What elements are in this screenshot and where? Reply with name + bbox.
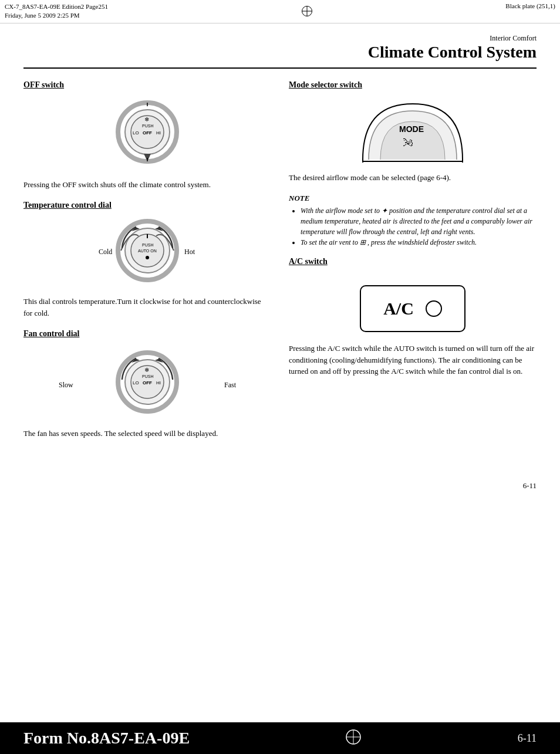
ac-circle <box>426 300 442 317</box>
right-column: Mode selector switch MODE 🌬 The desire <box>289 80 537 450</box>
svg-text:OFF: OFF <box>143 130 152 136</box>
header-line1: CX-7_8AS7-EA-09E Edition2 Page251 <box>5 2 108 11</box>
header-center <box>302 6 312 18</box>
temp-dial-desc: This dial controls temperature.Turn it c… <box>23 296 271 319</box>
svg-text:HI: HI <box>156 380 161 386</box>
header-left: CX-7_8AS7-EA-09E Edition2 Page251 Friday… <box>5 2 108 21</box>
temp-dial-container: Cold PUSH AUTO ON <box>23 218 271 285</box>
slow-label: Slow <box>59 381 73 390</box>
title-section: Interior Comfort Climate Control System <box>0 23 560 65</box>
off-switch-dial-container: LO HI OFF PUSH ❄ <box>23 98 271 168</box>
temp-dial-heading: Temperature control dial <box>23 201 271 210</box>
note-item-1: With the airflow mode set to ✦ position … <box>301 205 537 237</box>
cold-label: Cold <box>99 248 112 256</box>
mode-switch-diagram: MODE 🌬 <box>289 98 537 163</box>
off-switch-desc: Pressing the OFF switch shuts off the cl… <box>23 179 271 191</box>
ac-switch-heading: A/C switch <box>289 257 537 266</box>
note-list: With the airflow mode set to ✦ position … <box>289 205 537 248</box>
svg-text:❄: ❄ <box>144 116 149 123</box>
ac-switch-box: A/C <box>360 285 465 332</box>
temp-dial-with-labels: Cold PUSH AUTO ON <box>115 218 180 285</box>
footer-form-number: Form No.8AS7-EA-09E <box>23 729 190 748</box>
svg-text:LO: LO <box>133 130 139 136</box>
ac-switch-container: A/C <box>289 275 537 343</box>
registration-mark <box>302 6 312 16</box>
svg-point-16 <box>146 256 149 259</box>
svg-text:PUSH: PUSH <box>142 124 153 128</box>
page-header: CX-7_8AS7-EA-09E Edition2 Page251 Friday… <box>0 0 560 23</box>
svg-text:❄: ❄ <box>144 367 149 373</box>
note-label: NOTE <box>289 194 537 203</box>
off-switch-heading: OFF switch <box>23 80 271 90</box>
page-title: Climate Control System <box>23 43 537 62</box>
mode-switch-desc: The desired airflow mode can be selected… <box>289 172 537 184</box>
fan-dial-container: Slow LO HI OFF PUSH ❄ <box>23 347 271 417</box>
page-subtitle: Interior Comfort <box>23 34 537 43</box>
fan-dial-heading: Fan control dial <box>23 329 271 339</box>
fast-label: Fast <box>224 381 236 390</box>
footer-registration-mark <box>345 728 362 748</box>
mode-switch-svg: MODE 🌬 <box>351 98 474 163</box>
page-number-inline: 6-11 <box>523 481 537 491</box>
left-column: OFF switch LO HI OFF PUSH ❄ <box>23 80 271 450</box>
header-right-text: Black plate (251,1) <box>505 2 555 9</box>
fan-dial-desc: The fan has seven speeds. The selected s… <box>23 428 271 439</box>
svg-text:🌬: 🌬 <box>403 137 413 148</box>
note-item-2: To set the air vent to ⊞ , press the win… <box>301 237 537 248</box>
fan-dial: LO HI OFF PUSH ❄ <box>115 350 180 414</box>
page-footer: Form No.8AS7-EA-09E 6-11 <box>0 722 560 754</box>
ac-switch-desc: Pressing the A/C switch while the AUTO s… <box>289 343 537 377</box>
mode-switch-heading: Mode selector switch <box>289 80 537 90</box>
svg-text:PUSH: PUSH <box>142 374 153 378</box>
main-content: OFF switch LO HI OFF PUSH ❄ <box>0 69 560 456</box>
off-switch-dial: LO HI OFF PUSH ❄ <box>115 98 180 168</box>
svg-text:OFF: OFF <box>143 380 152 386</box>
svg-text:AUTO ON: AUTO ON <box>138 249 157 253</box>
svg-text:LO: LO <box>133 380 139 386</box>
temp-dial: PUSH AUTO ON <box>115 218 180 283</box>
ac-label: A/C <box>383 299 414 319</box>
header-line2: Friday, June 5 2009 2:25 PM <box>5 11 108 20</box>
footer-page-num: 6-11 <box>518 732 537 745</box>
svg-text:HI: HI <box>156 130 161 136</box>
hot-label: Hot <box>184 248 195 256</box>
header-right: Black plate (251,1) <box>505 2 555 9</box>
svg-text:PUSH: PUSH <box>142 243 153 247</box>
svg-text:MODE: MODE <box>399 124 424 134</box>
